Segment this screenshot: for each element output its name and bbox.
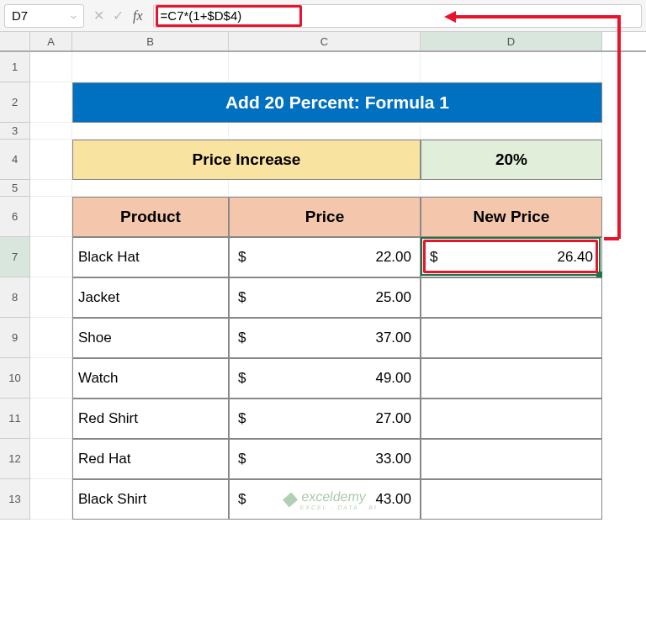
callout-arrow bbox=[617, 17, 621, 239]
spreadsheet: 1 2 3 4 5 6 7 8 9 10 11 12 13 A B C D bbox=[0, 32, 646, 520]
row-header[interactable]: 7 bbox=[0, 237, 30, 277]
watermark-text: exceldemy bbox=[300, 489, 367, 504]
cell[interactable] bbox=[30, 123, 72, 140]
price-increase-label-cell[interactable]: Price Increase bbox=[72, 140, 421, 180]
callout-arrow bbox=[454, 15, 621, 18]
title-cell[interactable]: Add 20 Percent: Formula 1 bbox=[72, 82, 602, 123]
product-cell[interactable]: Black Hat bbox=[72, 237, 229, 277]
callout-arrow-head bbox=[444, 11, 456, 23]
cell[interactable] bbox=[72, 52, 229, 82]
row-header[interactable]: 10 bbox=[0, 358, 30, 399]
product-cell[interactable]: Red Shirt bbox=[72, 399, 229, 439]
cell[interactable] bbox=[30, 479, 72, 520]
name-box[interactable]: D7 ⌵ bbox=[4, 4, 84, 28]
cell[interactable] bbox=[30, 439, 72, 479]
cell[interactable] bbox=[30, 399, 72, 439]
product-header-cell[interactable]: Product bbox=[72, 197, 229, 237]
product-cell[interactable]: Watch bbox=[72, 358, 229, 399]
cell[interactable] bbox=[421, 52, 602, 82]
price-cell[interactable]: $27.00 bbox=[229, 399, 421, 439]
cell[interactable] bbox=[229, 180, 421, 197]
fx-icon[interactable]: fx bbox=[133, 8, 148, 24]
name-box-value: D7 bbox=[12, 8, 28, 23]
product-cell[interactable]: Jacket bbox=[72, 277, 229, 318]
newprice-cell[interactable] bbox=[421, 399, 602, 439]
watermark: exceldemy EXCEL · DATA · BI bbox=[281, 489, 380, 510]
price-cell[interactable]: $33.00 bbox=[229, 439, 421, 479]
col-header[interactable]: A bbox=[30, 32, 72, 50]
price-cell[interactable]: $25.00 bbox=[229, 277, 421, 318]
col-header[interactable]: B bbox=[72, 32, 229, 50]
row-header[interactable]: 9 bbox=[0, 318, 30, 358]
formula-bar-icons: ✕ ✓ bbox=[89, 8, 128, 24]
callout-arrow bbox=[604, 237, 619, 240]
row-header[interactable]: 11 bbox=[0, 399, 30, 439]
cell[interactable] bbox=[30, 237, 72, 277]
newprice-cell[interactable] bbox=[421, 479, 602, 520]
newprice-cell[interactable]: $26.40 bbox=[421, 237, 602, 277]
cell[interactable] bbox=[421, 180, 602, 197]
cancel-icon[interactable]: ✕ bbox=[93, 8, 104, 24]
column-headers: A B C D bbox=[30, 32, 646, 52]
cell[interactable] bbox=[30, 358, 72, 399]
newprice-cell[interactable] bbox=[421, 318, 602, 358]
cell[interactable] bbox=[72, 123, 229, 140]
newprice-cell[interactable] bbox=[421, 358, 602, 399]
row-headers: 1 2 3 4 5 6 7 8 9 10 11 12 13 bbox=[0, 32, 30, 520]
row-header[interactable]: 6 bbox=[0, 197, 30, 237]
row-header[interactable]: 1 bbox=[0, 52, 30, 82]
price-increase-value-cell[interactable]: 20% bbox=[421, 140, 602, 180]
cell[interactable] bbox=[30, 277, 72, 318]
cells-area: Add 20 Percent: Formula 1 Price Increase… bbox=[30, 52, 646, 520]
price-cell[interactable]: $37.00 bbox=[229, 318, 421, 358]
cell[interactable] bbox=[421, 123, 602, 140]
row-header[interactable]: 3 bbox=[0, 123, 30, 140]
enter-icon[interactable]: ✓ bbox=[113, 8, 124, 24]
cell[interactable] bbox=[30, 180, 72, 197]
row-header[interactable]: 5 bbox=[0, 180, 30, 197]
watermark-icon bbox=[282, 493, 299, 508]
price-cell[interactable]: $49.00 bbox=[229, 358, 421, 399]
cell[interactable] bbox=[30, 52, 72, 82]
price-header-cell[interactable]: Price bbox=[229, 197, 421, 237]
chevron-down-icon[interactable]: ⌵ bbox=[71, 10, 77, 21]
cell[interactable] bbox=[30, 82, 72, 123]
newprice-header-cell[interactable]: New Price bbox=[421, 197, 602, 237]
row-header[interactable]: 4 bbox=[0, 140, 30, 180]
select-all-corner[interactable] bbox=[0, 32, 30, 52]
row-header[interactable]: 12 bbox=[0, 439, 30, 479]
price-cell[interactable]: $22.00 bbox=[229, 237, 421, 277]
cell[interactable] bbox=[30, 197, 72, 237]
cell[interactable] bbox=[229, 52, 421, 82]
cell[interactable] bbox=[30, 318, 72, 358]
col-header[interactable]: D bbox=[421, 32, 602, 50]
cell[interactable] bbox=[72, 180, 229, 197]
newprice-cell[interactable] bbox=[421, 277, 602, 318]
product-cell[interactable]: Red Hat bbox=[72, 439, 229, 479]
watermark-subtext: EXCEL · DATA · BI bbox=[299, 504, 378, 510]
row-header[interactable]: 8 bbox=[0, 277, 30, 318]
product-cell[interactable]: Shoe bbox=[72, 318, 229, 358]
col-header[interactable]: C bbox=[229, 32, 421, 50]
newprice-cell[interactable] bbox=[421, 439, 602, 479]
row-header[interactable]: 13 bbox=[0, 479, 30, 520]
formula-text: =C7*(1+$D$4) bbox=[161, 8, 242, 23]
product-cell[interactable]: Black Shirt bbox=[72, 479, 229, 520]
cell[interactable] bbox=[229, 123, 421, 140]
cell[interactable] bbox=[30, 140, 72, 180]
row-header[interactable]: 2 bbox=[0, 82, 30, 123]
